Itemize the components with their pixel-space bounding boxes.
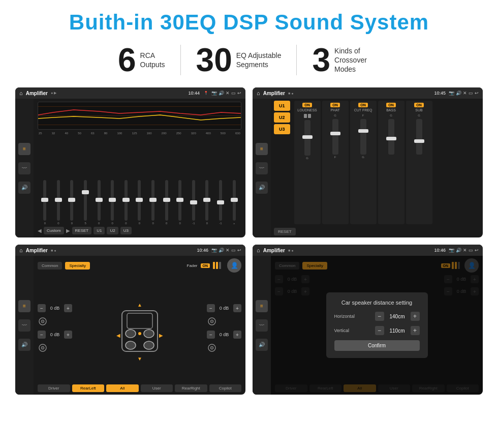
speaker-tr-icon (207, 316, 217, 326)
dlg-close-icon[interactable]: ✕ (463, 248, 467, 253)
dlg-side-speaker-icon[interactable]: 🔊 (256, 339, 268, 351)
amp-home-icon[interactable]: ⌂ (257, 90, 260, 96)
top-left-plus[interactable]: + (64, 304, 72, 312)
loudness-on[interactable]: ON (302, 103, 312, 107)
close-icon[interactable]: ✕ (226, 91, 230, 96)
amp-side-eq-icon[interactable]: ≡ (256, 143, 268, 155)
svg-text:▶: ▶ (159, 333, 163, 338)
cross-back-icon[interactable]: ↩ (237, 248, 241, 253)
dlg-topbar: ⌂ Amplifier ■ ● 10:46 📷 🔊 ✕ ▭ ↩ (253, 245, 483, 256)
top-right-plus[interactable]: + (233, 304, 241, 312)
top-right-ctrl: − 0 dB + (207, 304, 241, 312)
u3-preset[interactable]: U3 (274, 124, 290, 134)
amp-time: 10:45 (434, 91, 446, 96)
eq-topbar: ⌂ Amplifier ● ▶ 10:44 📍 📷 🔊 ✕ ▭ ↩ (15, 87, 245, 99)
cross-side-eq-icon[interactable]: ≡ (18, 300, 30, 312)
amp-side-speaker-icon[interactable]: 🔊 (256, 182, 268, 194)
bass-slider[interactable] (388, 119, 394, 155)
phat-label: PHAT (330, 108, 339, 112)
horizontal-minus[interactable]: − (375, 312, 384, 321)
u1-preset[interactable]: U1 (274, 101, 290, 111)
cross-side-speaker-icon[interactable]: 🔊 (18, 339, 30, 351)
home-icon[interactable]: ⌂ (19, 90, 23, 96)
custom-btn[interactable]: Custom (44, 227, 64, 234)
bottom-left-minus[interactable]: − (38, 331, 46, 339)
reset-btn-eq[interactable]: RESET (72, 227, 92, 234)
cross-side-wave-icon[interactable]: 〰 (18, 319, 30, 332)
u2-btn[interactable]: U2 (107, 227, 118, 234)
horizontal-ctrl: − 140cm + (375, 312, 420, 321)
rearleft-btn[interactable]: RearLeft (72, 384, 105, 392)
top-left-minus[interactable]: − (38, 304, 46, 312)
cross-avatar[interactable]: 👤 (227, 258, 241, 273)
cross-minimize-icon[interactable]: ▭ (231, 248, 236, 253)
side-eq-icon[interactable]: ≡ (18, 143, 30, 155)
dlg-back-icon[interactable]: ↩ (475, 248, 479, 253)
side-wave-icon[interactable]: 〰 (18, 162, 30, 174)
back-icon[interactable]: ↩ (237, 91, 241, 96)
horizontal-value: 140cm (387, 314, 408, 319)
common-btn[interactable]: Common (38, 262, 62, 270)
cross-camera-icon: 📷 (211, 248, 217, 253)
u2-preset[interactable]: U2 (274, 112, 290, 123)
phat-slider[interactable] (332, 119, 338, 155)
u1-btn[interactable]: U1 (94, 227, 105, 234)
u3-btn[interactable]: U3 (120, 227, 132, 234)
speaker-br-icon (207, 343, 217, 353)
fader-on-badge[interactable]: ON (201, 263, 210, 268)
sub-slider[interactable] (416, 119, 422, 155)
amp-side-wave-icon[interactable]: 〰 (256, 162, 268, 174)
loudness-slider[interactable] (304, 120, 310, 156)
bottom-right-ctrl: − 0 dB + (207, 331, 241, 339)
copilot-btn[interactable]: Copilot (209, 384, 242, 392)
speaker-icon-row-tl (38, 316, 72, 326)
dlg-side-eq-icon[interactable]: ≡ (256, 300, 268, 312)
eq-slider-1: 0 (39, 180, 51, 225)
amp-volume-icon: 🔊 (456, 91, 461, 96)
vertical-plus[interactable]: + (411, 326, 420, 335)
minimize-icon[interactable]: ▭ (231, 91, 236, 96)
user-btn[interactable]: User (141, 384, 173, 392)
amp-minimize-icon[interactable]: ▭ (469, 91, 473, 96)
driver-btn[interactable]: Driver (38, 384, 70, 392)
amp-title: Amplifier (263, 91, 285, 96)
bass-on[interactable]: ON (386, 103, 396, 107)
eq-slider-14: -1 (214, 180, 227, 225)
amp-back-icon[interactable]: ↩ (475, 91, 479, 96)
top-right-minus[interactable]: − (207, 304, 215, 312)
dlg-side-wave-icon[interactable]: 〰 (256, 319, 268, 332)
cutfreq-on[interactable]: ON (358, 103, 368, 107)
dlg-title: Amplifier (263, 248, 285, 253)
bottom-right-plus[interactable]: + (233, 331, 241, 339)
horizontal-plus[interactable]: + (411, 312, 420, 321)
amp-close-icon[interactable]: ✕ (463, 91, 467, 96)
next-icon[interactable]: ▶ (66, 228, 70, 233)
rearright-btn[interactable]: RearRight (175, 384, 207, 392)
cutfreq-slider[interactable] (360, 119, 366, 155)
cross-home-icon[interactable]: ⌂ (19, 247, 23, 253)
prev-icon[interactable]: ◀ (38, 228, 42, 233)
vertical-row: Vertical − 110cm + (334, 326, 420, 335)
bottom-right-val: 0 dB (217, 332, 231, 337)
amp-presets: U1 U2 U3 (274, 101, 290, 224)
svg-point-10 (138, 332, 141, 335)
horizontal-label: Horizontal (334, 314, 355, 319)
eq-curve-svg (38, 102, 241, 129)
side-speaker-icon[interactable]: 🔊 (18, 182, 30, 194)
bass-channel: ON BASS G (378, 101, 404, 224)
amp-topbar-icons: 📷 🔊 ✕ ▭ ↩ (449, 91, 479, 96)
bottom-left-plus[interactable]: + (64, 331, 72, 339)
confirm-button[interactable]: Confirm (334, 340, 420, 351)
dlg-minimize-icon[interactable]: ▭ (469, 248, 473, 253)
specialty-btn[interactable]: Specialty (65, 262, 89, 270)
vertical-minus[interactable]: − (375, 326, 384, 335)
dlg-main-content: Common Specialty ON 👤 (271, 256, 483, 395)
amp-main-content: U1 U2 U3 ON LOUDNESS (271, 99, 483, 237)
sub-on[interactable]: ON (414, 103, 424, 107)
amp-reset-btn[interactable]: RESET (274, 228, 296, 235)
phat-on[interactable]: ON (330, 103, 340, 107)
bottom-right-minus[interactable]: − (207, 331, 215, 339)
all-btn[interactable]: All (106, 384, 139, 392)
cross-close-icon[interactable]: ✕ (226, 248, 230, 253)
dlg-home-icon[interactable]: ⌂ (257, 247, 260, 253)
